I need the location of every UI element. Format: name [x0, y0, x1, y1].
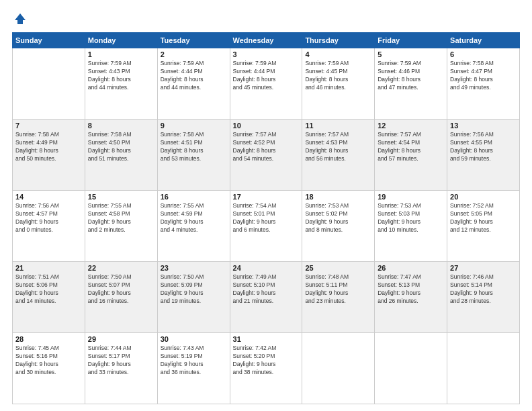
header — [12, 12, 520, 26]
calendar-cell: 25Sunrise: 7:48 AMSunset: 5:11 PMDayligh… — [302, 262, 375, 333]
calendar-cell: 5Sunrise: 7:59 AMSunset: 4:46 PMDaylight… — [375, 48, 447, 120]
calendar-cell — [302, 333, 375, 404]
day-number: 3 — [233, 50, 300, 58]
cell-content: Sunrise: 7:45 AMSunset: 5:16 PMDaylight:… — [15, 345, 82, 377]
week-row-1: 7Sunrise: 7:58 AMSunset: 4:49 PMDaylight… — [13, 120, 520, 191]
calendar-cell: 1Sunrise: 7:59 AMSunset: 4:43 PMDaylight… — [85, 48, 157, 120]
day-number: 31 — [233, 335, 300, 343]
calendar-cell: 7Sunrise: 7:58 AMSunset: 4:49 PMDaylight… — [13, 120, 85, 191]
cell-content: Sunrise: 7:44 AMSunset: 5:17 PMDaylight:… — [88, 345, 154, 377]
day-number: 9 — [161, 122, 227, 130]
cell-content: Sunrise: 7:57 AMSunset: 4:53 PMDaylight:… — [305, 131, 371, 163]
calendar-cell: 24Sunrise: 7:49 AMSunset: 5:10 PMDayligh… — [230, 262, 302, 333]
day-number: 17 — [233, 193, 300, 201]
weekday-header-saturday: Saturday — [447, 33, 520, 48]
calendar-cell: 29Sunrise: 7:44 AMSunset: 5:17 PMDayligh… — [85, 333, 157, 404]
calendar-cell: 12Sunrise: 7:57 AMSunset: 4:54 PMDayligh… — [375, 120, 447, 191]
week-row-3: 21Sunrise: 7:51 AMSunset: 5:06 PMDayligh… — [13, 262, 520, 333]
day-number: 25 — [305, 264, 371, 272]
day-number: 7 — [15, 122, 82, 130]
calendar-cell: 2Sunrise: 7:59 AMSunset: 4:44 PMDaylight… — [157, 48, 230, 120]
cell-content: Sunrise: 7:57 AMSunset: 4:52 PMDaylight:… — [233, 131, 300, 163]
day-number: 27 — [450, 264, 517, 272]
day-number: 4 — [305, 50, 371, 58]
logo — [12, 12, 28, 26]
day-number: 12 — [378, 122, 444, 130]
day-number: 23 — [161, 264, 227, 272]
calendar-cell: 19Sunrise: 7:53 AMSunset: 5:03 PMDayligh… — [375, 191, 447, 262]
cell-content: Sunrise: 7:59 AMSunset: 4:44 PMDaylight:… — [161, 60, 227, 92]
day-number: 13 — [450, 122, 517, 130]
day-number: 14 — [15, 193, 82, 201]
cell-content: Sunrise: 7:54 AMSunset: 5:01 PMDaylight:… — [233, 202, 300, 234]
calendar-cell — [13, 48, 85, 120]
day-number: 18 — [305, 193, 371, 201]
cell-content: Sunrise: 7:58 AMSunset: 4:49 PMDaylight:… — [15, 131, 82, 163]
calendar-cell: 16Sunrise: 7:55 AMSunset: 4:59 PMDayligh… — [157, 191, 230, 262]
weekday-header-sunday: Sunday — [13, 33, 85, 48]
cell-content: Sunrise: 7:43 AMSunset: 5:19 PMDaylight:… — [161, 345, 227, 377]
day-number: 20 — [450, 193, 517, 201]
weekday-header-wednesday: Wednesday — [230, 33, 302, 48]
calendar-cell: 3Sunrise: 7:59 AMSunset: 4:44 PMDaylight… — [230, 48, 302, 120]
calendar-cell: 9Sunrise: 7:58 AMSunset: 4:51 PMDaylight… — [157, 120, 230, 191]
day-number: 1 — [88, 50, 154, 58]
calendar-cell: 28Sunrise: 7:45 AMSunset: 5:16 PMDayligh… — [13, 333, 85, 404]
calendar-cell: 17Sunrise: 7:54 AMSunset: 5:01 PMDayligh… — [230, 191, 302, 262]
cell-content: Sunrise: 7:47 AMSunset: 5:13 PMDaylight:… — [378, 273, 444, 306]
calendar-cell: 26Sunrise: 7:47 AMSunset: 5:13 PMDayligh… — [375, 262, 447, 333]
calendar-cell: 31Sunrise: 7:42 AMSunset: 5:20 PMDayligh… — [230, 333, 302, 404]
cell-content: Sunrise: 7:48 AMSunset: 5:11 PMDaylight:… — [305, 273, 371, 306]
cell-content: Sunrise: 7:59 AMSunset: 4:46 PMDaylight:… — [378, 60, 444, 92]
weekday-header-thursday: Thursday — [302, 33, 375, 48]
cell-content: Sunrise: 7:46 AMSunset: 5:14 PMDaylight:… — [450, 273, 517, 306]
calendar-cell: 8Sunrise: 7:58 AMSunset: 4:50 PMDaylight… — [85, 120, 157, 191]
calendar-cell: 11Sunrise: 7:57 AMSunset: 4:53 PMDayligh… — [302, 120, 375, 191]
cell-content: Sunrise: 7:49 AMSunset: 5:10 PMDaylight:… — [233, 273, 300, 306]
cell-content: Sunrise: 7:51 AMSunset: 5:06 PMDaylight:… — [15, 273, 82, 306]
calendar-cell: 21Sunrise: 7:51 AMSunset: 5:06 PMDayligh… — [13, 262, 85, 333]
calendar-cell: 22Sunrise: 7:50 AMSunset: 5:07 PMDayligh… — [85, 262, 157, 333]
cell-content: Sunrise: 7:58 AMSunset: 4:50 PMDaylight:… — [88, 131, 154, 163]
day-number: 6 — [450, 50, 517, 58]
cell-content: Sunrise: 7:55 AMSunset: 4:58 PMDaylight:… — [88, 202, 154, 234]
week-row-2: 14Sunrise: 7:56 AMSunset: 4:57 PMDayligh… — [13, 191, 520, 262]
week-row-0: 1Sunrise: 7:59 AMSunset: 4:43 PMDaylight… — [13, 48, 520, 120]
week-row-4: 28Sunrise: 7:45 AMSunset: 5:16 PMDayligh… — [13, 333, 520, 404]
cell-content: Sunrise: 7:53 AMSunset: 5:03 PMDaylight:… — [378, 202, 444, 234]
cell-content: Sunrise: 7:50 AMSunset: 5:07 PMDaylight:… — [88, 273, 154, 306]
weekday-header-tuesday: Tuesday — [157, 33, 230, 48]
cell-content: Sunrise: 7:58 AMSunset: 4:51 PMDaylight:… — [161, 131, 227, 163]
day-number: 29 — [88, 335, 154, 343]
page: SundayMondayTuesdayWednesdayThursdayFrid… — [0, 0, 532, 411]
cell-content: Sunrise: 7:53 AMSunset: 5:02 PMDaylight:… — [305, 202, 371, 234]
cell-content: Sunrise: 7:56 AMSunset: 4:55 PMDaylight:… — [450, 131, 517, 163]
calendar-cell: 30Sunrise: 7:43 AMSunset: 5:19 PMDayligh… — [157, 333, 230, 404]
calendar-cell: 18Sunrise: 7:53 AMSunset: 5:02 PMDayligh… — [302, 191, 375, 262]
day-number: 2 — [161, 50, 227, 58]
calendar-cell — [447, 333, 520, 404]
calendar-cell: 15Sunrise: 7:55 AMSunset: 4:58 PMDayligh… — [85, 191, 157, 262]
calendar-cell: 10Sunrise: 7:57 AMSunset: 4:52 PMDayligh… — [230, 120, 302, 191]
calendar-cell — [375, 333, 447, 404]
weekday-header-row: SundayMondayTuesdayWednesdayThursdayFrid… — [13, 33, 520, 48]
day-number: 16 — [161, 193, 227, 201]
cell-content: Sunrise: 7:59 AMSunset: 4:43 PMDaylight:… — [88, 60, 154, 92]
cell-content: Sunrise: 7:42 AMSunset: 5:20 PMDaylight:… — [233, 345, 300, 377]
day-number: 26 — [378, 264, 444, 272]
cell-content: Sunrise: 7:55 AMSunset: 4:59 PMDaylight:… — [161, 202, 227, 234]
day-number: 5 — [378, 50, 444, 58]
cell-content: Sunrise: 7:58 AMSunset: 4:47 PMDaylight:… — [450, 60, 517, 92]
day-number: 8 — [88, 122, 154, 130]
svg-marker-0 — [15, 13, 26, 24]
weekday-header-monday: Monday — [85, 33, 157, 48]
calendar-cell: 14Sunrise: 7:56 AMSunset: 4:57 PMDayligh… — [13, 191, 85, 262]
calendar-cell: 27Sunrise: 7:46 AMSunset: 5:14 PMDayligh… — [447, 262, 520, 333]
day-number: 11 — [305, 122, 371, 130]
day-number: 24 — [233, 264, 300, 272]
cell-content: Sunrise: 7:52 AMSunset: 5:05 PMDaylight:… — [450, 202, 517, 234]
day-number: 19 — [378, 193, 444, 201]
calendar-table: SundayMondayTuesdayWednesdayThursdayFrid… — [12, 32, 520, 404]
day-number: 10 — [233, 122, 300, 130]
cell-content: Sunrise: 7:59 AMSunset: 4:45 PMDaylight:… — [305, 60, 371, 92]
